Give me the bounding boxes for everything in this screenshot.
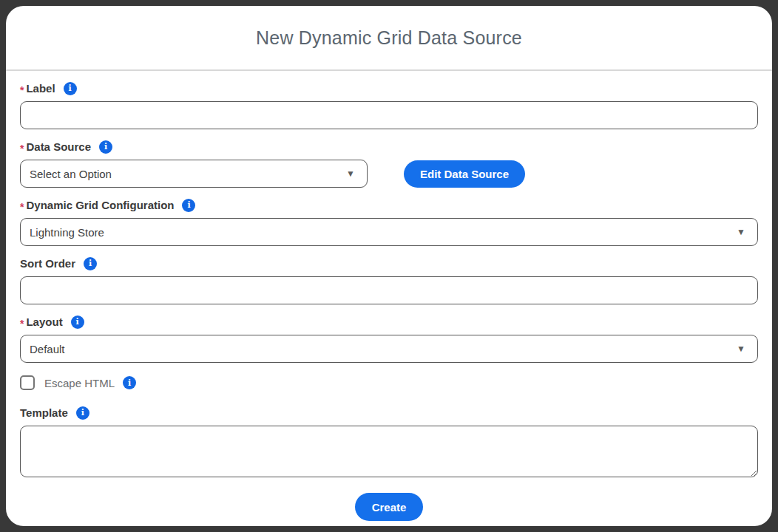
dynamic-grid-configuration-field: * Dynamic Grid Configuration i Lightning… bbox=[20, 197, 758, 246]
data-source-info-icon[interactable]: i bbox=[99, 140, 112, 154]
layout-field: * Layout i Default ▼ bbox=[20, 314, 758, 363]
escape-html-info-icon[interactable]: i bbox=[123, 376, 136, 389]
template-info-icon[interactable]: i bbox=[76, 406, 89, 420]
new-dynamic-grid-data-source-modal: New Dynamic Grid Data Source * Label i *… bbox=[6, 6, 772, 526]
info-glyph: i bbox=[69, 84, 72, 92]
layout-selected-value: Default bbox=[30, 343, 65, 355]
info-glyph: i bbox=[187, 201, 190, 209]
escape-html-row: Escape HTML i bbox=[20, 375, 758, 391]
dynamic-grid-configuration-label: Dynamic Grid Configuration bbox=[26, 199, 174, 211]
required-asterisk: * bbox=[20, 318, 24, 330]
dynamic-grid-configuration-select[interactable]: Lightning Store ▼ bbox=[20, 218, 758, 246]
escape-html-checkbox[interactable] bbox=[20, 375, 35, 390]
required-asterisk: * bbox=[20, 84, 24, 96]
modal-body: * Label i * Data Source i Select an Opti… bbox=[6, 71, 772, 521]
data-source-field: * Data Source i Select an Option ▼ Edit … bbox=[20, 139, 758, 188]
label-field-label-row: * Label i bbox=[20, 81, 758, 96]
data-source-row: Select an Option ▼ Edit Data Source bbox=[20, 160, 758, 188]
template-field: Template i bbox=[20, 405, 758, 480]
template-textarea[interactable] bbox=[20, 426, 758, 477]
label-field-label: Label bbox=[26, 82, 55, 95]
dynamic-grid-configuration-selected-value: Lightning Store bbox=[30, 226, 104, 239]
layout-label-row: * Layout i bbox=[20, 314, 758, 330]
label-input[interactable] bbox=[20, 101, 758, 129]
sort-order-info-icon[interactable]: i bbox=[84, 257, 97, 270]
modal-title: New Dynamic Grid Data Source bbox=[256, 27, 522, 49]
chevron-down-icon: ▼ bbox=[737, 344, 745, 353]
data-source-select[interactable]: Select an Option ▼ bbox=[20, 160, 368, 188]
dynamic-grid-configuration-label-row: * Dynamic Grid Configuration i bbox=[20, 197, 758, 213]
required-asterisk: * bbox=[20, 143, 24, 154]
label-info-icon[interactable]: i bbox=[64, 82, 77, 95]
sort-order-field: Sort Order i bbox=[20, 256, 758, 304]
data-source-selected-value: Select an Option bbox=[30, 168, 112, 180]
info-glyph: i bbox=[76, 318, 79, 326]
info-glyph: i bbox=[89, 259, 92, 267]
layout-info-icon[interactable]: i bbox=[71, 316, 84, 329]
dynamic-grid-configuration-info-icon[interactable]: i bbox=[182, 199, 195, 212]
info-glyph: i bbox=[81, 409, 84, 417]
required-asterisk: * bbox=[20, 201, 24, 213]
modal-footer: Create bbox=[20, 493, 758, 521]
template-label: Template bbox=[20, 406, 68, 419]
sort-order-label: Sort Order bbox=[20, 257, 75, 270]
template-label-row: Template i bbox=[20, 405, 758, 420]
data-source-label-row: * Data Source i bbox=[20, 139, 758, 154]
create-button[interactable]: Create bbox=[355, 493, 424, 521]
modal-header: New Dynamic Grid Data Source bbox=[6, 6, 772, 71]
chevron-down-icon: ▼ bbox=[346, 169, 355, 178]
escape-html-label: Escape HTML bbox=[44, 377, 115, 389]
sort-order-label-row: Sort Order i bbox=[20, 256, 758, 271]
layout-label: Layout bbox=[26, 316, 62, 328]
edit-data-source-button[interactable]: Edit Data Source bbox=[404, 160, 525, 188]
data-source-label: Data Source bbox=[26, 140, 91, 153]
chevron-down-icon: ▼ bbox=[737, 228, 745, 236]
info-glyph: i bbox=[104, 143, 107, 151]
sort-order-input[interactable] bbox=[20, 276, 758, 304]
layout-select[interactable]: Default ▼ bbox=[20, 335, 758, 363]
label-field: * Label i bbox=[20, 81, 758, 129]
info-glyph: i bbox=[128, 379, 131, 387]
